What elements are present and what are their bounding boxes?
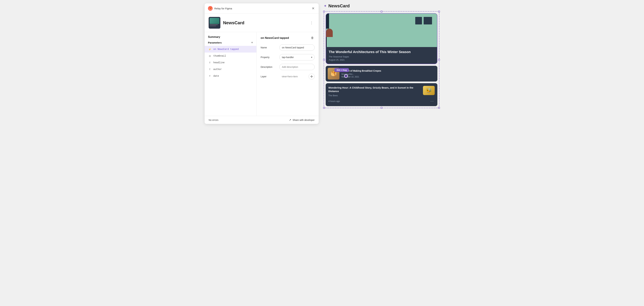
panel-header-left: 🦊 Relay for Figma: [208, 6, 232, 11]
size-badge: 354 × Hug: [334, 68, 349, 72]
share-button[interactable]: ↗ Share with developer: [289, 118, 314, 122]
app-name: Relay for Figma: [214, 7, 232, 10]
no-errors-label: No errors: [209, 119, 218, 121]
hero-date: August 25, 2021: [329, 59, 434, 61]
right-form: on NewsCard tapped 🗑 Name Property tap-h…: [256, 32, 319, 116]
text-icon-date: T: [208, 74, 212, 78]
property-row: Property tap-handler ▾: [260, 54, 314, 60]
lamp-post: [326, 37, 327, 47]
resize-handle-tr[interactable]: [438, 11, 440, 12]
share-label: Share with developer: [292, 119, 314, 121]
hero-author: The Seasonal Sagas: [329, 55, 434, 58]
hero-headline: The Wonderful Architectures of This Wint…: [329, 50, 434, 54]
delete-button[interactable]: 🗑: [310, 35, 314, 40]
name-label: Name: [260, 46, 278, 49]
small-card-1-wrapper: 🥞 The Art of Making Breakfast Crepes Mor…: [326, 66, 438, 82]
bee-image: 🐝: [423, 86, 435, 95]
panel-header: 🦊 Relay for Figma ✕: [204, 3, 319, 13]
bottom-card-author: The Bees: [328, 94, 421, 97]
image-icon: ⊡: [208, 54, 212, 58]
small-card-1-author: Morning Bre...: [342, 73, 435, 75]
component-thumbnail: [209, 17, 220, 29]
component-header-left: NewsCard: [209, 17, 244, 29]
bottom-card[interactable]: Wondering Hour: A Childhood Story, Grizz…: [326, 83, 438, 106]
param-item-date[interactable]: T date: [204, 73, 256, 79]
hero-content: The Wonderful Architectures of This Wint…: [326, 47, 437, 64]
resize-handle-ml[interactable]: [323, 59, 325, 61]
name-input[interactable]: [280, 44, 314, 51]
left-panel: 🦊 Relay for Figma ✕ NewsCard ⋮ Summary: [204, 3, 319, 124]
component-title: NewsCard: [223, 20, 244, 25]
bottom-card-image: 🐝: [423, 86, 435, 95]
description-input[interactable]: [280, 64, 314, 70]
bottom-card-content: Wondering Hour: A Childhood Story, Grizz…: [328, 86, 435, 97]
param-name-date: date: [213, 75, 219, 77]
resize-handle-tm[interactable]: [381, 11, 382, 12]
left-sidebar: Summary Parameters + ⚡ on NewsCard tappe…: [204, 32, 256, 116]
shutter-left: [326, 13, 329, 21]
component-more-button[interactable]: ⋮: [308, 20, 314, 25]
params-header: Parameters +: [204, 41, 256, 46]
relay-icon: 🦊: [208, 6, 213, 11]
resize-handle-tl[interactable]: [323, 11, 325, 12]
property-label: Property: [260, 56, 278, 59]
parameters-label: Parameters: [208, 41, 222, 44]
layer-row: Layer view=hero-item: [260, 73, 314, 80]
param-item-headline[interactable]: T headline: [204, 59, 256, 66]
form-header: on NewsCard tapped 🗑: [260, 35, 314, 40]
resize-handle-br[interactable]: [438, 107, 440, 109]
add-parameter-button[interactable]: +: [251, 41, 253, 44]
preview-title: NewsCard: [328, 3, 350, 8]
text-icon-headline: T: [208, 61, 212, 64]
crosshair-icon: [310, 75, 313, 78]
property-select-wrapper: tap-handler ▾: [280, 54, 314, 60]
layer-label: Layer: [260, 75, 278, 78]
right-preview: ✦ NewsCard: [324, 3, 440, 108]
close-button[interactable]: ✕: [311, 6, 315, 11]
building-illustration: [326, 13, 437, 47]
bottom-card-time: 4 hours ago: [328, 100, 340, 102]
bottom-card-text: Wondering Hour: A Childhood Story, Grizz…: [328, 86, 421, 97]
preview-title-row: ✦ NewsCard: [324, 3, 440, 8]
newscard-preview: The Wonderful Architectures of This Wint…: [324, 11, 440, 108]
shutter-right: [326, 21, 329, 29]
bottom-card-footer: 4 hours ago ⋯: [328, 99, 435, 103]
arch-detail: [326, 29, 333, 37]
handler-icon: ⚡: [208, 47, 212, 51]
description-row: Description: [260, 64, 314, 70]
component-header: NewsCard ⋮: [204, 13, 319, 32]
bottom-card-headline: Wondering Hour: A Childhood Story, Grizz…: [328, 86, 421, 93]
param-name-on-newscard-tapped: on NewsCard tapped: [213, 48, 239, 51]
name-row: Name: [260, 44, 314, 51]
text-icon-author: T: [208, 67, 212, 71]
window-1: [424, 17, 432, 24]
property-select[interactable]: tap-handler: [280, 54, 314, 60]
param-item-thumbnail[interactable]: ⊡ thumbnail: [204, 53, 256, 59]
crosshair-button[interactable]: [308, 73, 314, 80]
param-name-thumbnail: thumbnail: [213, 55, 226, 57]
panel-footer: No errors ↗ Share with developer: [204, 116, 319, 124]
share-icon: ↗: [289, 118, 291, 122]
window-2: [415, 17, 422, 24]
form-title: on NewsCard tapped: [260, 36, 289, 40]
resize-handle-bl[interactable]: [323, 107, 325, 109]
resize-handle-mr[interactable]: [438, 59, 440, 61]
small-card-1-content: The Art of Making Breakfast Crepes Morni…: [342, 69, 435, 78]
resize-handle-bm[interactable]: [381, 107, 382, 109]
param-name-author: author: [213, 68, 222, 71]
param-item-author[interactable]: T author: [204, 66, 256, 73]
small-card-1-headline: The Art of Making Breakfast Crepes: [342, 69, 435, 72]
hero-card[interactable]: The Wonderful Architectures of This Wint…: [326, 13, 438, 64]
layer-value: view=hero-item: [280, 73, 306, 80]
size-badge-text: 354 × Hug: [336, 69, 347, 71]
hero-image: [326, 13, 437, 47]
param-item-on-newscard-tapped[interactable]: ⚡ on NewsCard tapped: [204, 46, 256, 53]
size-badge-plus-icon: +: [344, 74, 348, 78]
bottom-card-more-button[interactable]: ⋯: [429, 99, 435, 103]
description-label: Description: [260, 66, 278, 68]
panel-body: Summary Parameters + ⚡ on NewsCard tappe…: [204, 32, 319, 116]
diamond-icon: ✦: [324, 4, 327, 8]
small-card-1-date: November 10, 2021: [342, 76, 435, 78]
summary-label: Summary: [204, 35, 256, 41]
param-name-headline: headline: [213, 61, 224, 64]
